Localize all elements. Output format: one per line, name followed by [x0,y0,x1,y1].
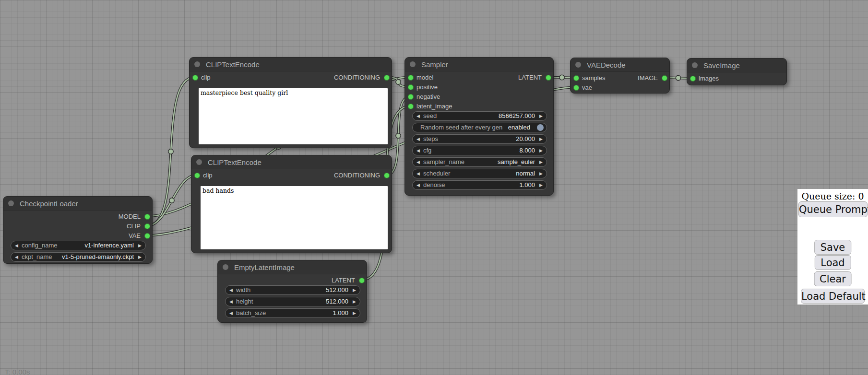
node-title-bar[interactable]: SaveImage [687,59,786,72]
node-title-bar[interactable]: CLIPTextEncode [191,155,392,169]
increment-arrow-icon[interactable]: ▶ [539,146,543,155]
decrement-arrow-icon[interactable]: ◀ [229,309,233,317]
input-slot-label: positive [416,82,438,92]
load-button[interactable]: Load [814,255,851,270]
widget-label: steps [423,135,438,143]
clear-button[interactable]: Clear [814,271,852,286]
widget-random-seed-after-every-gen[interactable]: Random seed after every genenabled [412,123,547,132]
input-port-positive[interactable] [408,84,414,90]
increment-arrow-icon[interactable]: ▶ [539,135,543,143]
widget-value: sample_euler [498,158,535,166]
widget-sampler-name[interactable]: ◀sampler_namesample_euler▶ [412,157,547,167]
input-port-negative[interactable] [408,94,414,100]
input-port-vae[interactable] [573,85,579,91]
node-title-bar[interactable]: CLIPTextEncode [190,58,392,71]
widget-seed[interactable]: ◀seed8566257.000▶ [412,111,547,121]
widget-steps[interactable]: ◀steps20.000▶ [412,134,547,144]
increment-arrow-icon[interactable]: ▶ [539,112,543,120]
decrement-arrow-icon[interactable]: ◀ [229,286,233,294]
output-port-vae[interactable] [144,233,150,239]
node-checkpoint-loader[interactable]: CheckpointLoaderMODELCLIPVAE◀config_name… [3,196,153,264]
widget-value: 20.000 [516,135,535,143]
increment-arrow-icon[interactable]: ▶ [353,309,356,317]
widget-value: v1-5-pruned-emaonly.ckpt [62,253,134,261]
collapse-dot-icon[interactable] [8,200,14,206]
output-slot-label: IMAGE [638,73,658,83]
decrement-arrow-icon[interactable]: ◀ [416,146,420,155]
increment-arrow-icon[interactable]: ▶ [353,297,356,306]
increment-arrow-icon[interactable]: ▶ [539,181,543,189]
widget-label: scheduler [423,169,450,178]
widget-scheduler[interactable]: ◀schedulernormal▶ [412,169,547,178]
input-slot-label: images [699,74,719,83]
increment-arrow-icon[interactable]: ▶ [539,169,543,178]
output-port-model[interactable] [144,214,150,220]
output-port-latent[interactable] [359,278,365,283]
output-slot-label: CONDITIONING [334,73,380,82]
node-title-bar[interactable]: CheckpointLoader [3,197,152,211]
decrement-arrow-icon[interactable]: ◀ [416,112,420,120]
collapse-dot-icon[interactable] [196,159,202,165]
collapse-dot-icon[interactable] [575,62,581,68]
widget-value: 8566257.000 [499,112,535,120]
node-clip-text-encode-positive[interactable]: CLIPTextEncodeclipCONDITIONINGmasterpiec… [189,57,392,148]
node-vae-decode[interactable]: VAEDecodesamplesIMAGEvae [570,58,670,94]
link-midpoint-dot [559,75,564,80]
input-port-clip[interactable] [192,75,198,81]
decrement-arrow-icon[interactable]: ◀ [229,297,233,306]
decrement-arrow-icon[interactable]: ◀ [416,158,420,166]
prompt-textarea[interactable]: bad hands [201,186,388,249]
input-port-latent-image[interactable] [408,104,414,109]
collapse-dot-icon[interactable] [410,61,416,67]
decrement-arrow-icon[interactable]: ◀ [15,241,18,250]
widget-config-name[interactable]: ◀config_namev1-inference.yaml▶ [11,241,146,250]
widget-cfg[interactable]: ◀cfg8.000▶ [412,146,547,155]
widget-batch-size[interactable]: ◀batch_size1.000▶ [225,308,360,318]
increment-arrow-icon[interactable]: ▶ [138,241,142,250]
node-sampler[interactable]: SamplermodelLATENTpositivenegativelatent… [404,57,554,196]
output-port-latent[interactable] [546,75,551,81]
collapse-dot-icon[interactable] [223,264,228,270]
input-port-model[interactable] [408,75,414,81]
node-title-bar[interactable]: EmptyLatentImage [218,260,367,274]
input-port-samples[interactable] [573,75,579,81]
decrement-arrow-icon[interactable]: ◀ [416,181,420,189]
node-title-bar[interactable]: VAEDecode [571,58,669,72]
widget-height[interactable]: ◀height512.000▶ [225,297,360,306]
toggle-icon[interactable] [537,124,544,131]
widget-label: cfg [423,146,431,155]
input-slot-label: samples [582,73,605,83]
output-slot-label: LATENT [518,73,542,82]
queue-prompt-button[interactable]: Queue Prompt [798,201,868,217]
output-port-clip[interactable] [144,223,150,229]
decrement-arrow-icon[interactable]: ◀ [15,253,18,261]
output-slot-label: CLIP [127,222,141,231]
increment-arrow-icon[interactable]: ▶ [539,158,543,166]
widget-width[interactable]: ◀width512.000▶ [225,285,360,295]
load-default-button[interactable]: Load Default [801,289,865,304]
widget-value: 1.000 [519,181,535,189]
increment-arrow-icon[interactable]: ▶ [353,286,356,294]
widget-ckpt-name[interactable]: ◀ckpt_namev1-5-pruned-emaonly.ckpt▶ [11,252,146,262]
node-clip-text-encode-negative[interactable]: CLIPTextEncodeclipCONDITIONINGbad hands [191,155,392,253]
node-save-image[interactable]: SaveImageimages [687,58,787,85]
output-port-image[interactable] [662,75,667,81]
input-port-images[interactable] [690,76,696,82]
decrement-arrow-icon[interactable]: ◀ [416,135,420,143]
node-title-bar[interactable]: Sampler [405,58,553,71]
input-port-clip[interactable] [194,173,200,178]
increment-arrow-icon[interactable]: ▶ [138,253,142,261]
output-port-conditioning[interactable] [384,173,390,178]
collapse-dot-icon[interactable] [194,61,200,67]
node-title: Sampler [421,60,448,69]
output-port-conditioning[interactable] [384,75,390,81]
link-wire [147,175,197,226]
node-empty-latent-image[interactable]: EmptyLatentImageLATENT◀width512.000▶◀hei… [217,260,367,323]
prompt-textarea[interactable]: masterpiece best quality girl [199,88,388,144]
save-button[interactable]: Save [814,240,852,255]
decrement-arrow-icon[interactable]: ◀ [416,169,420,178]
input-slot-label: clip [201,73,211,82]
node-title: CheckpointLoader [20,199,78,208]
collapse-dot-icon[interactable] [692,62,698,68]
widget-denoise[interactable]: ◀denoise1.000▶ [412,180,547,190]
